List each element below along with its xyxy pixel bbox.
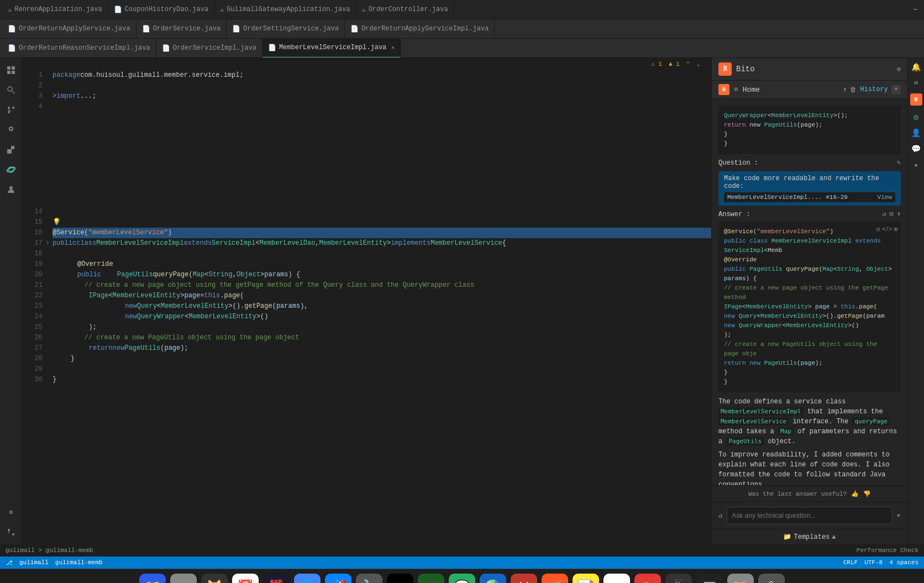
collapse-icon[interactable]: ⌃	[686, 60, 690, 67]
tab-bar-third: 📄 OrderReturnReasonServiceImpl.java 📄 Or…	[0, 39, 924, 58]
sidebar-git-icon[interactable]	[3, 102, 19, 118]
tab-order-service[interactable]: 📄 OrderService.java	[136, 19, 227, 39]
expand-code-icon[interactable]: ⊞	[894, 225, 897, 234]
tab-icon: 📄	[114, 6, 122, 14]
templates-chevron-up-icon[interactable]: ▲	[832, 533, 836, 541]
svg-point-14	[12, 533, 14, 535]
encoding[interactable]: UTF-8	[864, 559, 883, 566]
dock-android[interactable]: 📱	[665, 574, 692, 583]
dock-folder2[interactable]: 📂	[727, 574, 754, 583]
bell-icon[interactable]: 🔔	[911, 62, 921, 72]
bito-settings-icon[interactable]: ⚙	[897, 65, 901, 73]
indent[interactable]: 4 spaces	[889, 559, 918, 566]
tab-member-level-impl[interactable]: 📄 MemberLevelServiceImpl.java ✕	[262, 39, 401, 58]
dock-tool[interactable]: 🔧	[356, 574, 382, 583]
trash-icon[interactable]: 🗑	[850, 86, 857, 94]
code-icon[interactable]: </>	[882, 225, 892, 234]
home-icon-button[interactable]: B	[718, 84, 729, 95]
dock-wechat[interactable]: 💬	[449, 574, 475, 583]
view-button[interactable]: View	[878, 194, 892, 201]
tab-order-setting-service[interactable]: 📄 OrderSettingService.java	[227, 19, 345, 39]
code-line-24: new QueryWrapper<MemberLevelEntity>()	[53, 312, 711, 322]
svg-point-11	[7, 166, 15, 172]
sidebar-debug-icon[interactable]	[3, 122, 19, 138]
dock-notes[interactable]: 📝	[573, 574, 599, 583]
dock-intellij[interactable]: I	[387, 574, 413, 583]
dock-wps[interactable]: W	[511, 574, 537, 583]
chat-icon[interactable]: 💬	[911, 144, 921, 154]
dock-textedit[interactable]: T	[603, 574, 630, 583]
add-icon[interactable]: +	[891, 85, 901, 94]
tab-more-button[interactable]: ⋯	[909, 6, 922, 14]
code-line-13	[53, 196, 711, 207]
person-circle-icon[interactable]: 👤	[911, 128, 921, 138]
code-line-29	[53, 364, 711, 375]
dock-rocket[interactable]: 🚀	[325, 574, 351, 583]
thumbs-up-icon[interactable]: 👍	[851, 490, 859, 497]
tab-icon: ☕	[220, 6, 224, 14]
tab-order-return-reason-impl[interactable]: 📄 OrderReturnReasonServiceImpl.java	[2, 39, 156, 58]
tab-order-return-apply-service[interactable]: 📄 OrderReturnApplyService.java	[2, 19, 136, 39]
copy-icon[interactable]: ⊡	[890, 210, 894, 218]
tab-renren[interactable]: ☕ RenrenApplication.java	[2, 0, 108, 19]
dock-gitcola[interactable]: 🐱	[201, 574, 228, 583]
dock-clock[interactable]: ⏰	[263, 574, 290, 583]
dock-trash[interactable]: 🗑	[758, 574, 785, 583]
share-icon[interactable]: ⬆	[843, 86, 847, 94]
sidebar-explorer-icon[interactable]	[3, 62, 19, 78]
star-icon[interactable]: ✦	[914, 160, 918, 170]
tab-order-return-apply-impl[interactable]: 📄 OrderReturnApplyServiceImpl.java	[345, 19, 495, 39]
sidebar-search-icon[interactable]	[3, 82, 19, 98]
tab-gateway[interactable]: ☕ GulimallGatewayApplication.java	[214, 0, 356, 19]
edit-icon[interactable]: ✎	[897, 159, 901, 167]
dock-earth[interactable]: 🌏	[480, 574, 506, 583]
tab-coupon[interactable]: 📄 CouponHistoryDao.java	[108, 0, 214, 19]
code-line-6	[53, 123, 711, 133]
sidebar-planet-icon[interactable]	[3, 162, 19, 177]
home-bar-icons: ⬆ 🗑 History +	[843, 85, 901, 94]
sidebar-extensions-icon[interactable]	[3, 142, 19, 157]
tab-order-service-impl[interactable]: 📄 OrderServiceImpl.java	[156, 39, 262, 58]
share-answer-icon[interactable]: ⬆	[897, 210, 901, 218]
warning-count: ⚠ 1	[651, 60, 662, 67]
performance-check-label[interactable]: Performance Check	[857, 547, 918, 554]
sidebar-branch-icon[interactable]	[3, 524, 19, 540]
send-icon[interactable]: ➤	[897, 512, 901, 520]
thumbs-down-icon[interactable]: 👎	[863, 490, 871, 497]
circle-icon[interactable]: ◎	[914, 112, 918, 122]
dock-taobao[interactable]: 🛒	[542, 574, 568, 583]
copy-code-icon[interactable]: ⊡	[876, 225, 880, 234]
tab-icon: 📄	[8, 44, 16, 52]
home-divider-icon: ≡	[734, 86, 738, 94]
project-folder: gulimall-memb	[55, 559, 103, 566]
code-line-14	[53, 207, 711, 217]
tab-order-controller[interactable]: ☕ OrderController.java	[356, 0, 454, 19]
question-text: Make code more readable and rewrite the …	[724, 175, 895, 190]
code-line-11	[53, 175, 711, 186]
dock-system-prefs[interactable]: ⚙	[170, 574, 197, 583]
sidebar-settings-icon[interactable]	[3, 505, 19, 520]
templates-folder-icon: 📁	[783, 533, 791, 541]
sidebar-person-icon[interactable]	[3, 182, 19, 197]
tab-close-icon[interactable]: ✕	[391, 44, 395, 51]
home-label: Home	[743, 86, 760, 94]
dock-red-app[interactable]: 🔴	[634, 574, 661, 583]
status-right: CRLF UTF-8 4 spaces	[843, 559, 918, 566]
answer-text: The code defines a service class MemberL…	[718, 397, 901, 485]
dock-laptop[interactable]: 💻	[696, 574, 723, 583]
refresh-icon[interactable]: ↺	[882, 210, 886, 218]
dock-datagrip[interactable]: 🔲	[418, 574, 444, 583]
line-ending[interactable]: CRLF	[843, 559, 858, 566]
dock-finder[interactable]: 📁	[139, 574, 166, 583]
history-label[interactable]: History	[860, 86, 888, 93]
tab-icon: 📄	[162, 44, 170, 52]
remote-icon[interactable]: ⇄	[914, 78, 918, 87]
dock-browser[interactable]: 🌐	[294, 574, 321, 583]
undo-icon[interactable]: ↺	[718, 512, 722, 520]
bito-input[interactable]	[727, 507, 893, 524]
templates-label[interactable]: Templates	[794, 533, 830, 541]
svg-line-5	[12, 91, 14, 93]
dock-calendar[interactable]: 📅	[232, 574, 259, 583]
bito-side-icon[interactable]: B	[910, 93, 922, 106]
expand-icon[interactable]: ⌄	[696, 60, 700, 67]
